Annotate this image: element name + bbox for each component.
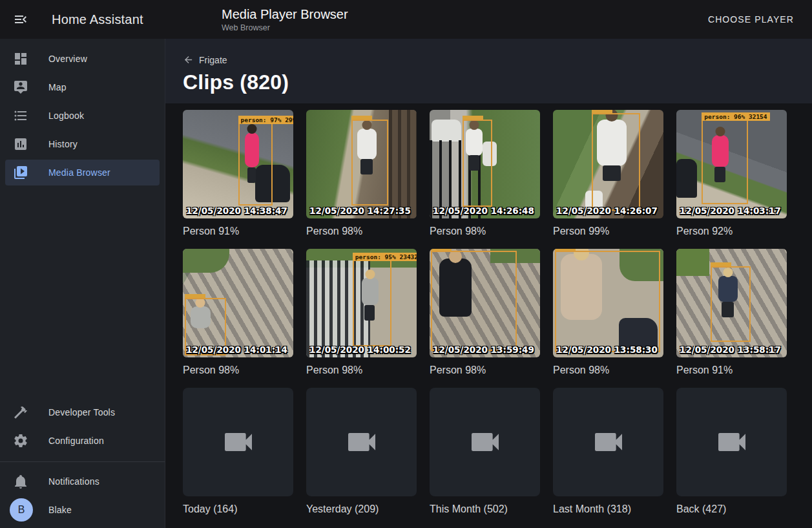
- video-camera-icon: [467, 424, 503, 460]
- sidebar-item-overview[interactable]: Overview: [5, 46, 160, 72]
- breadcrumb-label: Frigate: [199, 55, 227, 65]
- sidebar-item-label: Map: [48, 82, 67, 92]
- clip-thumbnail: person: 95% 23432 12/05/2020 14:00:52: [306, 249, 417, 357]
- top-app-bar: Home Assistant Media Player Browser Web …: [0, 0, 812, 39]
- sidebar-item-label: Developer Tools: [48, 407, 115, 417]
- menu-open-icon[interactable]: [13, 12, 28, 27]
- detection-bounding-box: [431, 251, 517, 351]
- folder-label: Yesterday (209): [306, 503, 417, 515]
- clip-caption: Person 98%: [306, 226, 417, 237]
- detection-label: person: 96% 32154: [702, 112, 769, 121]
- folder-label: Last Month (318): [553, 503, 663, 515]
- sidebar-divider: [0, 461, 165, 462]
- scene-shape: [676, 159, 697, 198]
- clip-card[interactable]: 12/05/2020 14:26:07 Person 99%: [553, 110, 663, 237]
- breadcrumb-back-frigate[interactable]: Frigate: [183, 54, 227, 65]
- page-title: Media Player Browser: [222, 6, 348, 22]
- folder-thumbnail: [183, 388, 293, 496]
- clip-timestamp: 12/05/2020 14:00:52: [309, 344, 411, 355]
- clip-thumbnail: person: 96% 32154 12/05/2020 14:03:17: [676, 110, 787, 218]
- detection-bounding-box: [711, 266, 751, 343]
- sidebar-item-user[interactable]: B Blake: [5, 497, 160, 523]
- folder-card-yesterday[interactable]: Yesterday (209): [306, 388, 417, 515]
- folder-thumbnail: [676, 388, 787, 496]
- sidebar: Overview Map Logbook History Media Brows…: [0, 39, 165, 528]
- sidebar-item-developer-tools[interactable]: Developer Tools: [5, 399, 160, 425]
- folder-label: This Month (502): [430, 503, 540, 515]
- sidebar-item-map[interactable]: Map: [5, 74, 160, 100]
- detection-bounding-box: [463, 120, 492, 206]
- clip-timestamp: 12/05/2020 14:26:48: [433, 206, 534, 216]
- arrow-left-icon: [183, 54, 194, 65]
- list-bulleted-icon: [13, 108, 28, 123]
- clip-thumbnail: 12/05/2020 14:27:35: [306, 110, 417, 218]
- sidebar-item-label: Notifications: [48, 476, 99, 487]
- clip-timestamp: 12/05/2020 14:27:35: [309, 206, 411, 216]
- main-content: Frigate Clips (820) person: 97% 29988 12…: [165, 39, 812, 528]
- clip-card[interactable]: 12/05/2020 13:58:17 Person 91%: [676, 249, 787, 376]
- detection-bounding-box: [555, 251, 660, 352]
- scene-shape: [676, 249, 709, 276]
- clip-card[interactable]: 12/05/2020 14:27:35 Person 98%: [306, 110, 417, 237]
- user-name: Blake: [48, 505, 72, 515]
- clip-card[interactable]: 12/05/2020 14:01:14 Person 98%: [183, 249, 293, 376]
- detection-label: person: 97% 29988: [238, 116, 294, 124]
- bell-icon: [13, 474, 28, 489]
- page-subtitle: Web Browser: [222, 23, 348, 32]
- gear-icon: [13, 433, 28, 449]
- sidebar-item-label: Media Browser: [48, 167, 110, 178]
- person-marker-icon: [13, 79, 28, 95]
- sidebar-item-label: History: [48, 139, 78, 149]
- detection-label: person: 95% 23432: [353, 253, 417, 261]
- folder-card-this-month[interactable]: This Month (502): [430, 388, 540, 515]
- clip-timestamp: 12/05/2020 13:58:17: [680, 344, 781, 355]
- detection-bounding-box: person: 97% 29988: [238, 123, 273, 206]
- clip-caption: Person 98%: [306, 364, 417, 376]
- folder-thumbnail: [553, 388, 663, 496]
- clip-card[interactable]: person: 95% 23432 12/05/2020 14:00:52 Pe…: [306, 249, 417, 376]
- sidebar-item-media-browser[interactable]: Media Browser: [5, 160, 160, 185]
- clip-timestamp: 12/05/2020 13:59:49: [433, 344, 534, 355]
- video-camera-icon: [344, 424, 380, 460]
- detection-bounding-box: person: 95% 23432: [353, 260, 391, 346]
- folder-label: Today (164): [183, 503, 293, 515]
- clip-thumbnail: person: 97% 29988 12/05/2020 14:38:47: [183, 110, 293, 218]
- app-title: Home Assistant: [52, 12, 143, 27]
- sidebar-item-label: Logbook: [48, 111, 84, 121]
- clip-timestamp: 12/05/2020 14:38:47: [186, 206, 287, 216]
- detection-bounding-box: [351, 120, 388, 206]
- sidebar-item-history[interactable]: History: [5, 131, 160, 157]
- detection-bounding-box: person: 96% 32154: [702, 120, 748, 204]
- folder-card-today[interactable]: Today (164): [183, 388, 293, 515]
- clip-card[interactable]: 12/05/2020 13:58:30 Person 98%: [553, 249, 663, 376]
- topbar-left: Home Assistant: [0, 12, 165, 27]
- play-box-multiple-icon: [13, 165, 28, 180]
- clip-caption: Person 92%: [676, 226, 787, 237]
- clip-thumbnail: 12/05/2020 13:58:30: [553, 249, 663, 357]
- sidebar-item-label: Configuration: [48, 436, 104, 446]
- folder-card-back[interactable]: Back (427): [676, 388, 787, 515]
- clip-timestamp: 12/05/2020 13:58:30: [556, 344, 658, 355]
- clip-thumbnail: 12/05/2020 13:59:49: [430, 249, 540, 357]
- clip-thumbnail: 12/05/2020 14:26:07: [553, 110, 663, 218]
- clip-thumbnail: 12/05/2020 14:26:48: [430, 110, 540, 218]
- folder-card-last-month[interactable]: Last Month (318): [553, 388, 663, 515]
- clip-caption: Person 98%: [430, 364, 540, 376]
- clip-timestamp: 12/05/2020 14:26:07: [556, 206, 658, 216]
- folder-label: Back (427): [676, 503, 787, 515]
- clip-caption: Person 98%: [183, 364, 293, 376]
- clip-card[interactable]: 12/05/2020 13:59:49 Person 98%: [430, 249, 540, 376]
- clip-caption: Person 98%: [553, 364, 663, 376]
- sidebar-item-notifications[interactable]: Notifications: [5, 469, 160, 494]
- video-camera-icon: [714, 424, 750, 460]
- clip-caption: Person 91%: [183, 226, 293, 237]
- sidebar-item-logbook[interactable]: Logbook: [5, 103, 160, 129]
- choose-player-button[interactable]: CHOOSE PLAYER: [703, 9, 799, 30]
- app-window: Home Assistant Media Player Browser Web …: [0, 0, 812, 528]
- chart-box-icon: [13, 136, 28, 152]
- clip-card[interactable]: person: 97% 29988 12/05/2020 14:38:47 Pe…: [183, 110, 293, 237]
- clip-caption: Person 99%: [553, 226, 663, 237]
- clip-card[interactable]: 12/05/2020 14:26:48 Person 98%: [430, 110, 540, 237]
- sidebar-item-configuration[interactable]: Configuration: [5, 428, 160, 454]
- clip-card[interactable]: person: 96% 32154 12/05/2020 14:03:17 Pe…: [676, 110, 787, 237]
